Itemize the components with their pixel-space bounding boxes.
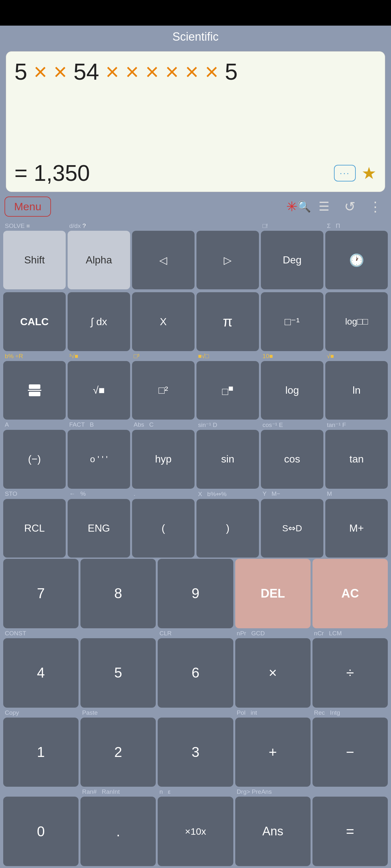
plus-key[interactable]: + [235,718,311,787]
row4-sublabels: A FACT B Abs C sin⁻¹ D cos⁻¹ E tan⁻¹ F [3,421,388,429]
ln-key[interactable]: ln [325,361,388,420]
row6: 7 8 9 DEL AC [3,559,388,628]
inverse-key[interactable]: □⁻¹ [261,292,324,351]
history-key[interactable]: 🕐 [325,231,388,289]
open-paren-key[interactable]: ( [132,499,195,558]
hyp-key[interactable]: hyp [132,430,195,488]
sqrt-key[interactable]: √■ [67,361,130,420]
deg-key[interactable]: Deg [261,231,324,289]
dots-button[interactable]: ··· [334,165,356,182]
pi-key[interactable]: π [196,292,259,351]
minus-key[interactable]: − [312,718,388,787]
key-3[interactable]: 3 [158,718,233,787]
log-box-key[interactable]: log□□ [325,292,388,351]
fraction-key[interactable] [3,361,66,420]
row9: 0 . ×10x Ans = [3,797,388,866]
sd-key[interactable]: S⇔D [261,499,324,558]
row2-sublabels [3,290,388,291]
list-icon-button[interactable]: ☰ [313,195,335,218]
result-row: = 1,350 ··· ★ [15,160,376,186]
key-9[interactable]: 9 [158,559,233,628]
tan-key[interactable]: tan [325,430,388,488]
key-0[interactable]: 0 [3,797,79,866]
row2: CALC ∫ dx X π □⁻¹ log□□ [3,292,388,351]
row7-sublabels: CONST CLR nPr GCD nCr LCM [3,629,388,637]
decimal-key[interactable]: . [80,797,156,866]
key-1[interactable]: 1 [3,718,79,787]
undo-icon-button[interactable]: ↺ [338,195,361,218]
row5: RCL ENG ( ) S⇔D M+ [3,499,388,558]
equals-key[interactable]: = [312,797,388,866]
exp-key[interactable]: ×10x [158,797,233,866]
star-button[interactable]: ★ [362,163,376,183]
shift-key[interactable]: Shift [3,231,66,289]
key-2[interactable]: 2 [80,718,156,787]
degrees-key[interactable]: o ' ' ' [67,430,130,488]
power-key[interactable]: □■ [196,361,259,420]
integral-key[interactable]: ∫ dx [67,292,130,351]
eng-key[interactable]: ENG [67,499,130,558]
sin-key[interactable]: sin [196,430,259,488]
row9-sublabels: Ran# RanInt n ε Drg> PreAns [3,788,388,795]
row8: 1 2 3 + − [3,718,388,787]
negative-key[interactable]: (−) [3,430,66,488]
menu-button[interactable]: Menu [4,196,51,217]
ac-key[interactable]: AC [312,559,388,628]
app-container: Scientific 5 × × 54 × × × × × × 5 = 1,35… [0,26,391,868]
row3: √■ □² □■ log ln [3,361,388,420]
divide-key[interactable]: ÷ [312,638,388,708]
close-paren-key[interactable]: ) [196,499,259,558]
status-bar [0,0,391,26]
app-title: Scientific [172,30,219,43]
result-actions: ··· ★ [334,163,376,183]
row8-sublabels: Copy Paste Pol int Rec Intg [3,709,388,716]
left-arrow-key[interactable]: ◁ [132,231,195,289]
cos-key[interactable]: cos [261,430,324,488]
key-8[interactable]: 8 [80,559,156,628]
right-arrow-key[interactable]: ▷ [196,231,259,289]
x-key[interactable]: X [132,292,195,351]
title-bar: Scientific [0,26,391,48]
log-key[interactable]: log [261,361,324,420]
display-area: 5 × × 54 × × × × × × 5 = 1,350 ··· ★ [6,51,385,192]
calc-key[interactable]: CALC [3,292,66,351]
key-5[interactable]: 5 [80,638,156,708]
toolbar: Menu ✳🔍 ☰ ↺ ⋮ [0,192,391,221]
row1: Shift Alpha ◁ ▷ Deg 🕐 [3,231,388,289]
key-6[interactable]: 6 [158,638,233,708]
key-4[interactable]: 4 [3,638,79,708]
rcl-key[interactable]: RCL [3,499,66,558]
row5-sublabels: STO ← % . X b%⇔% Y M− M [3,490,388,498]
mplus-key[interactable]: M+ [325,499,388,558]
expression: 5 × × 54 × × × × × × 5 [15,59,376,85]
multiply-key[interactable]: × [235,638,311,708]
ans-key[interactable]: Ans [235,797,311,866]
result-value: = 1,350 [15,160,90,186]
alpha-key[interactable]: Alpha [67,231,130,289]
del-key[interactable]: DEL [235,559,311,628]
more-icon-button[interactable]: ⋮ [364,195,387,218]
search-icon-button[interactable]: ✳🔍 [287,195,310,218]
row4: (−) o ' ' ' hyp sin cos tan [3,430,388,488]
square-key[interactable]: □² [132,361,195,420]
keypad: SOLVE = d/dx ? □! Σ Π Shift Alpha ◁ ▷ De… [0,221,391,868]
row3-sublabels: b% ÷R ³√■ □³ ■√□ 10■ √■ [3,352,388,360]
key-7[interactable]: 7 [3,559,79,628]
row1-sublabels: SOLVE = d/dx ? □! Σ Π [3,222,388,229]
row7: 4 5 6 × ÷ [3,638,388,708]
